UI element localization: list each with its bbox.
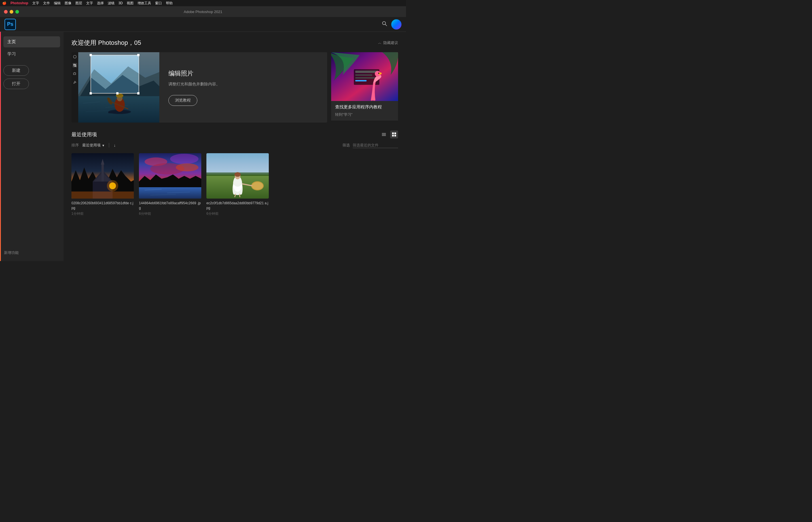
svg-point-53: [107, 180, 118, 192]
side-tutorial-card[interactable]: 查找更多应用程序内教程 转到"学习": [331, 52, 398, 123]
file-name-3: ec2c0f1db7d865daa2dd80bb9779d21 a.jpg: [206, 201, 269, 210]
svg-rect-29: [355, 71, 378, 73]
apple-menu[interactable]: 🍎: [2, 1, 6, 5]
welcome-row: 欢迎使用 Photoshop，05 ︿ 隐藏建议: [71, 39, 398, 47]
side-card-content: 查找更多应用程序内教程 转到"学习": [331, 101, 398, 121]
sidebar: 主页 学习 新建 打开 新增功能: [0, 32, 63, 261]
file-card-3[interactable]: ec2c0f1db7d865daa2dd80bb9779d21 a.jpg 6分…: [206, 153, 269, 216]
welcome-title: 欢迎使用 Photoshop，05: [71, 39, 141, 47]
recent-files-grid: 0208c206260b693411d68597bb1dfde c.jpg 1分…: [71, 153, 398, 216]
menu-item-filter[interactable]: 选择: [97, 1, 104, 6]
sidebar-item-learn[interactable]: 学习: [3, 48, 60, 60]
svg-rect-42: [392, 135, 394, 137]
app-menu-photoshop[interactable]: Photoshop: [11, 1, 28, 5]
svg-point-34: [378, 73, 379, 74]
menu-item-view[interactable]: 3D: [119, 1, 123, 5]
filter-area: 筛选: [342, 142, 398, 148]
new-button[interactable]: 新建: [3, 65, 29, 76]
svg-rect-20: [91, 52, 139, 55]
transform-tool-icon[interactable]: [72, 72, 77, 76]
svg-point-0: [382, 22, 386, 25]
list-view-button[interactable]: [380, 130, 388, 138]
ps-logo: Ps: [4, 19, 16, 30]
menu-bar: 🍎 Photoshop 文字 文件 编辑 图像 图层 文字 选择 滤镜 3D 视…: [0, 0, 406, 6]
svg-point-72: [234, 172, 241, 177]
minimize-button[interactable]: [9, 10, 13, 14]
file-time-3: 6分钟前: [206, 212, 269, 216]
header-right: [382, 19, 401, 29]
new-features-link[interactable]: 新增功能: [4, 250, 19, 255]
sort-label: 排序: [71, 143, 79, 148]
recent-header: 最近使用项: [71, 130, 398, 138]
svg-rect-40: [392, 133, 394, 134]
filter-input[interactable]: [353, 142, 398, 148]
side-card-title: 查找更多应用程序内教程: [335, 104, 394, 110]
menu-item-extra[interactable]: 帮助: [166, 1, 173, 6]
sort-select[interactable]: 最近使用项 ▾: [82, 143, 104, 148]
menu-item-3d[interactable]: 滤镜: [108, 1, 114, 6]
svg-rect-25: [137, 92, 140, 95]
menu-item-select[interactable]: 文字: [86, 1, 93, 6]
search-button[interactable]: [382, 21, 387, 28]
side-card-image: [331, 52, 398, 101]
svg-rect-54: [71, 192, 134, 199]
svg-rect-23: [137, 54, 140, 56]
menu-item-plugins[interactable]: 视图: [127, 1, 133, 6]
svg-line-1: [385, 24, 387, 26]
menu-item-help[interactable]: 窗口: [155, 1, 162, 6]
svg-rect-18: [78, 52, 91, 123]
recent-title: 最近使用项: [71, 131, 97, 138]
file-time-1: 1分钟前: [71, 212, 134, 216]
sidebar-buttons: 新建 打开: [3, 65, 60, 89]
svg-rect-21: [91, 93, 139, 123]
lasso-tool-icon[interactable]: [72, 55, 77, 59]
window-title: Adobe Photoshop 2021: [184, 9, 222, 14]
svg-rect-32: [355, 80, 367, 81]
file-name-1: 0208c206260b693411d68597bb1dfde c.jpg: [71, 201, 134, 210]
dropdown-arrow-icon: ▾: [102, 143, 104, 147]
menu-item-window[interactable]: 增效工具: [138, 1, 151, 6]
svg-rect-2: [74, 73, 76, 75]
pen-tool-icon[interactable]: [72, 80, 77, 84]
menu-item-edit[interactable]: 文件: [43, 1, 50, 6]
view-controls: [380, 130, 398, 138]
open-button[interactable]: 打开: [3, 79, 29, 89]
file-name-2: 144864eb6961fdd7e89acaff954c2669 .jpg: [139, 201, 201, 210]
side-card-link[interactable]: 转到"学习": [335, 112, 394, 117]
svg-rect-24: [89, 92, 92, 95]
hide-suggestions-label: 隐藏建议: [383, 40, 398, 45]
file-thumbnail-3: [206, 153, 269, 199]
tutorial-description: 调整灯光和颜色并删除内容。: [168, 81, 318, 87]
close-button[interactable]: [4, 10, 8, 14]
main-tutorial-card[interactable]: 编辑照片 调整灯光和颜色并删除内容。 浏览教程: [71, 52, 327, 123]
crop-tool-icon[interactable]: [72, 63, 77, 67]
file-time-2: 6分钟前: [139, 212, 201, 216]
sort-divider: [109, 143, 109, 147]
menu-item-layer[interactable]: 图像: [65, 1, 71, 6]
file-card-1[interactable]: 0208c206260b693411d68597bb1dfde c.jpg 1分…: [71, 153, 134, 216]
svg-rect-26: [116, 92, 119, 95]
filter-label: 筛选: [342, 143, 350, 148]
svg-rect-41: [394, 133, 396, 134]
svg-point-68: [252, 182, 263, 190]
menu-item-type[interactable]: 图层: [76, 1, 82, 6]
menu-item-file[interactable]: 文字: [32, 1, 39, 6]
tutorial-content: 编辑照片 调整灯光和颜色并删除内容。 浏览教程: [159, 61, 327, 114]
main-layout: 主页 学习 新建 打开 新增功能 欢迎使用 Photoshop，05 ︿ 隐藏建…: [0, 32, 406, 261]
hide-suggestions-button[interactable]: ︿ 隐藏建议: [378, 40, 398, 45]
menu-item-image[interactable]: 编辑: [54, 1, 61, 6]
file-thumbnail-1: [71, 153, 134, 199]
grid-view-button[interactable]: [390, 130, 398, 138]
maximize-button[interactable]: [15, 10, 19, 14]
sort-value: 最近使用项: [82, 143, 101, 148]
file-card-2[interactable]: 144864eb6961fdd7e89acaff954c2669 .jpg 6分…: [139, 153, 201, 216]
traffic-lights: [4, 10, 19, 14]
content-area: 欢迎使用 Photoshop，05 ︿ 隐藏建议: [63, 32, 406, 261]
sort-direction-button[interactable]: ↓: [114, 143, 116, 147]
browse-tutorials-button[interactable]: 浏览教程: [168, 95, 197, 106]
svg-point-59: [176, 163, 199, 172]
tutorial-title: 编辑照片: [168, 69, 318, 78]
tutorial-row: 编辑照片 调整灯光和颜色并删除内容。 浏览教程: [71, 52, 398, 123]
sidebar-item-home[interactable]: 主页: [3, 36, 60, 47]
user-avatar[interactable]: [391, 19, 401, 29]
